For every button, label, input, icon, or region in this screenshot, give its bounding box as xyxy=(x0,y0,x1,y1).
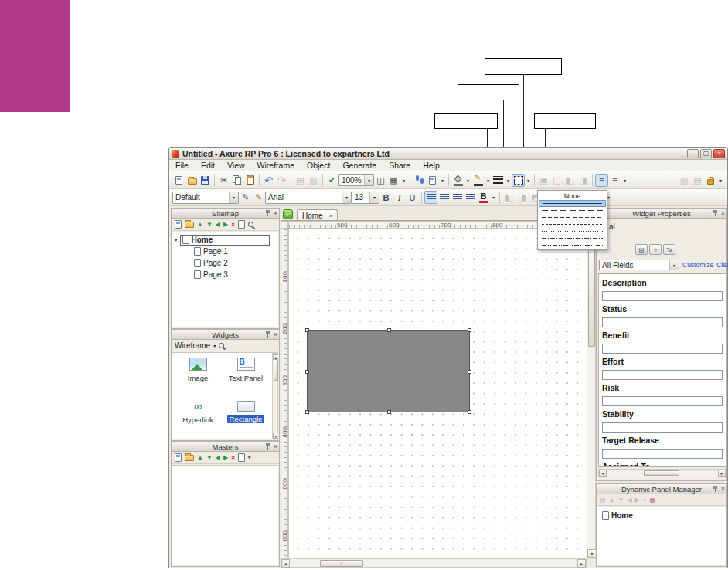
border-style-button[interactable] xyxy=(512,174,525,187)
font-combo[interactable]: Arial ▾ xyxy=(265,192,352,204)
new-document-button[interactable] xyxy=(172,174,185,187)
menu-view[interactable]: View xyxy=(221,161,251,170)
menu-item-long-dash[interactable] xyxy=(539,207,606,214)
chevron-down-icon[interactable]: ▾ xyxy=(669,260,679,270)
risk-field[interactable] xyxy=(602,396,723,406)
sitemap-quick-button[interactable]: ▸ xyxy=(283,209,293,219)
toolbar-overflow-icon[interactable]: ▾ xyxy=(717,174,724,187)
paste-button[interactable] xyxy=(243,174,257,187)
zoom-combo[interactable]: 100% ▾ xyxy=(338,174,374,186)
toggle-right-panes-button[interactable]: ≡ xyxy=(608,174,621,187)
menu-item-dot[interactable] xyxy=(539,228,606,235)
line-weight-dropdown-icon[interactable]: ▾ xyxy=(505,174,512,187)
resize-handle-nw[interactable] xyxy=(305,328,309,332)
close-panel-icon[interactable]: × xyxy=(274,331,277,338)
print-preview-button[interactable]: ▥ xyxy=(307,174,320,187)
text-color-button[interactable]: B xyxy=(477,191,490,204)
customize-link[interactable]: Customize xyxy=(682,261,713,269)
add-folder-icon[interactable] xyxy=(185,222,194,228)
redo-button[interactable]: ↷ xyxy=(275,174,288,187)
menu-wireframe[interactable]: Wireframe xyxy=(251,161,301,170)
search-icon[interactable] xyxy=(248,222,253,227)
canvas-horizontal-scrollbar[interactable]: ◂ ≡ ▸ xyxy=(281,558,587,568)
scrollbar-thumb[interactable] xyxy=(644,470,679,476)
grid-settings-button[interactable]: ▦ xyxy=(387,174,400,187)
bring-to-front-button[interactable]: ◧ xyxy=(563,174,577,187)
pin-icon[interactable] xyxy=(713,210,719,216)
add-panel-icon[interactable]: ▤ xyxy=(600,497,606,504)
pin-icon[interactable] xyxy=(265,443,271,450)
grid-dropdown-icon[interactable]: ▾ xyxy=(400,174,407,187)
menu-object[interactable]: Object xyxy=(301,161,336,170)
stability-field[interactable] xyxy=(602,422,723,433)
tab-home[interactable]: Home × xyxy=(297,209,338,221)
move-up-icon[interactable]: ▲ xyxy=(197,454,203,461)
bullet-list-button[interactable] xyxy=(464,191,477,204)
indent-left-icon[interactable]: ◀ xyxy=(627,497,631,504)
generate-dropdown-icon[interactable]: ▾ xyxy=(439,174,446,187)
menu-item-short-dash[interactable] xyxy=(539,221,606,228)
scroll-right-icon[interactable]: ▸ xyxy=(718,470,726,477)
send-to-back-button[interactable]: ◨ xyxy=(577,174,590,187)
menu-item-dash-dot[interactable] xyxy=(539,235,606,242)
pin-icon[interactable] xyxy=(265,331,271,338)
design-canvas[interactable] xyxy=(288,229,587,558)
resize-handle-sw[interactable] xyxy=(305,410,309,414)
menu-help[interactable]: Help xyxy=(417,161,446,170)
pin-icon[interactable] xyxy=(265,210,271,216)
chevron-down-icon[interactable]: ▾ xyxy=(213,343,216,348)
move-down-icon[interactable]: ▼ xyxy=(206,454,213,461)
menu-file[interactable]: File xyxy=(169,161,195,170)
all-fields-combo[interactable]: All Fields ▾ xyxy=(599,260,679,270)
tree-item-home[interactable]: ▾ Home xyxy=(172,234,278,246)
line-weight-button[interactable] xyxy=(492,174,505,187)
bold-button[interactable]: B xyxy=(379,191,393,204)
panes-dropdown-icon[interactable]: ▾ xyxy=(621,174,628,187)
menu-item-dash[interactable] xyxy=(539,214,606,221)
move-down-icon[interactable]: ▼ xyxy=(206,221,213,228)
minimize-button[interactable]: – xyxy=(687,149,699,158)
scroll-left-icon[interactable]: ◂ xyxy=(599,470,607,477)
copy-button[interactable] xyxy=(230,174,243,187)
text-color-dropdown-icon[interactable]: ▾ xyxy=(490,191,497,204)
tab-annotations[interactable]: ▤ xyxy=(635,244,648,255)
description-field[interactable] xyxy=(602,291,723,301)
group-button[interactable]: ▣ xyxy=(537,174,550,187)
scroll-left-icon[interactable]: ◂ xyxy=(281,559,290,568)
maximize-button[interactable]: ▢ xyxy=(700,149,712,158)
generate-prototype-button[interactable] xyxy=(413,174,426,187)
tab-interactions[interactable]: ϟ xyxy=(649,244,662,255)
indent-right-icon[interactable]: ▶ xyxy=(223,221,228,228)
add-folder-icon[interactable] xyxy=(185,455,194,461)
delete-master-icon[interactable]: × xyxy=(231,454,235,461)
fields-horizontal-scrollbar[interactable]: ◂ ▸ xyxy=(598,469,726,477)
chevron-down-icon[interactable]: ▾ xyxy=(364,175,373,185)
style-combo[interactable]: Default ▾ xyxy=(172,192,239,204)
scroll-up-icon[interactable]: ▴ xyxy=(273,354,278,360)
underline-button[interactable]: U xyxy=(406,191,419,204)
masters-list[interactable] xyxy=(172,465,278,565)
menu-share[interactable]: Share xyxy=(383,161,417,170)
dpm-item-home[interactable]: Home xyxy=(597,510,726,521)
align-center-button[interactable] xyxy=(437,191,451,204)
font-size-combo[interactable]: 13 ▾ xyxy=(352,192,379,204)
widget-hyperlink[interactable]: ∞ Hyperlink xyxy=(174,401,222,424)
menu-item-solid[interactable] xyxy=(539,200,606,207)
generate-master-icon[interactable] xyxy=(238,453,245,462)
more-icon[interactable]: ▾ xyxy=(248,454,251,461)
save-button[interactable] xyxy=(199,174,212,187)
add-master-icon[interactable] xyxy=(175,453,182,462)
home-selection-box[interactable]: Home xyxy=(180,235,270,246)
delete-page-icon[interactable]: × xyxy=(231,221,235,228)
panel-state-icon[interactable]: ▦ xyxy=(649,497,655,504)
union-button[interactable]: ◧ xyxy=(502,191,515,204)
zoom-fit-button[interactable]: ◫ xyxy=(374,174,387,187)
widget-image[interactable]: Image xyxy=(174,358,222,382)
ungroup-button[interactable]: ▢ xyxy=(550,174,563,187)
spell-check-button[interactable]: ✔ xyxy=(325,174,338,187)
menu-item-dash-dot-dot[interactable] xyxy=(539,242,606,249)
chevron-down-icon[interactable]: ▾ xyxy=(342,192,351,203)
expander-icon[interactable]: ▾ xyxy=(175,237,178,243)
benefit-field[interactable] xyxy=(602,344,723,354)
widgets-scrollbar[interactable]: ▴ ▾ xyxy=(272,353,278,439)
